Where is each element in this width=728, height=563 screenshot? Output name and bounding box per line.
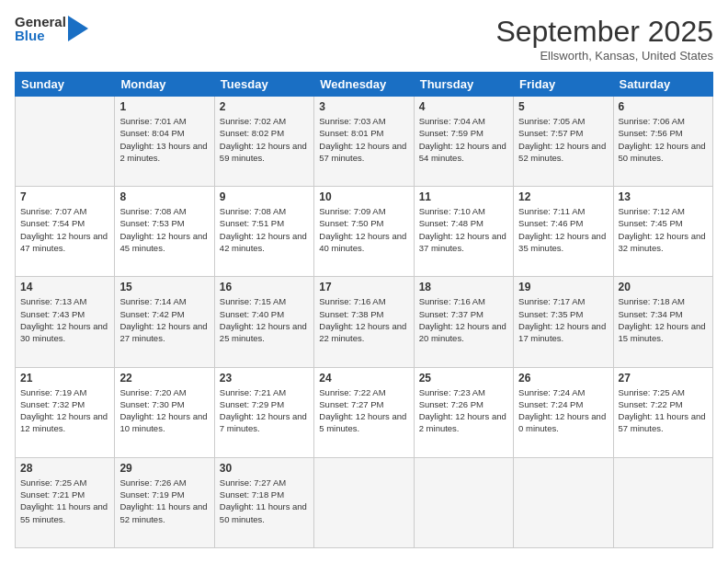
daylight: Daylight: 11 hours and 52 minutes.: [119, 500, 209, 525]
sunset: Sunset: 7:40 PM: [220, 308, 309, 320]
day-info: Sunrise: 7:06 AM Sunset: 7:56 PM Dayligh…: [619, 115, 708, 164]
calendar-cell: 3 Sunrise: 7:03 AM Sunset: 8:01 PM Dayli…: [314, 97, 414, 187]
sunrise: Sunrise: 7:25 AM: [20, 477, 109, 488]
sunset: Sunset: 7:51 PM: [220, 217, 309, 229]
sunset: Sunset: 7:32 PM: [20, 398, 109, 410]
calendar-cell: 7 Sunrise: 7:07 AM Sunset: 7:54 PM Dayli…: [16, 187, 115, 277]
calendar-cell: 10 Sunrise: 7:09 AM Sunset: 7:50 PM Dayl…: [314, 187, 414, 277]
sunset: Sunset: 7:57 PM: [518, 127, 608, 139]
svg-marker-0: [68, 16, 88, 41]
day-info: Sunrise: 7:19 AM Sunset: 7:32 PM Dayligh…: [20, 386, 109, 435]
day-info: Sunrise: 7:02 AM Sunset: 8:02 PM Dayligh…: [220, 115, 309, 164]
day-info: Sunrise: 7:08 AM Sunset: 7:51 PM Dayligh…: [220, 205, 309, 254]
month-title: September 2025: [495, 15, 713, 49]
sunrise: Sunrise: 7:07 AM: [20, 205, 109, 217]
daylight: Daylight: 12 hours and 2 minutes.: [419, 410, 508, 435]
day-number: 22: [119, 372, 209, 385]
sunset: Sunset: 7:30 PM: [119, 398, 209, 410]
day-number: 17: [319, 281, 408, 293]
sunset: Sunset: 7:43 PM: [20, 308, 109, 320]
daylight: Daylight: 11 hours and 57 minutes.: [619, 410, 708, 435]
sunrise: Sunrise: 7:17 AM: [518, 295, 608, 307]
daylight: Daylight: 12 hours and 40 minutes.: [319, 230, 408, 255]
day-number: 6: [619, 100, 708, 113]
calendar-cell: 18 Sunrise: 7:16 AM Sunset: 7:37 PM Dayl…: [414, 277, 513, 367]
day-number: 18: [419, 281, 508, 293]
sunrise: Sunrise: 7:12 AM: [619, 205, 708, 217]
day-number: 12: [518, 190, 608, 203]
day-number: 15: [119, 281, 209, 293]
col-tuesday: Tuesday: [214, 73, 313, 97]
calendar-cell: 28 Sunrise: 7:25 AM Sunset: 7:21 PM Dayl…: [16, 457, 115, 547]
sunrise: Sunrise: 7:18 AM: [619, 295, 708, 307]
day-info: Sunrise: 7:04 AM Sunset: 7:59 PM Dayligh…: [419, 115, 508, 164]
daylight: Daylight: 12 hours and 0 minutes.: [518, 410, 608, 435]
day-info: Sunrise: 7:27 AM Sunset: 7:18 PM Dayligh…: [220, 477, 309, 525]
calendar-cell: 30 Sunrise: 7:27 AM Sunset: 7:18 PM Dayl…: [214, 457, 313, 547]
sunset: Sunset: 7:19 PM: [119, 488, 209, 500]
sunset: Sunset: 7:38 PM: [319, 308, 408, 320]
day-number: 30: [220, 462, 309, 475]
sunrise: Sunrise: 7:16 AM: [319, 295, 408, 307]
day-number: 10: [319, 190, 408, 203]
daylight: Daylight: 12 hours and 15 minutes.: [619, 320, 708, 345]
sunrise: Sunrise: 7:03 AM: [319, 115, 408, 127]
calendar-cell: 8 Sunrise: 7:08 AM Sunset: 7:53 PM Dayli…: [115, 187, 214, 277]
day-info: Sunrise: 7:25 AM Sunset: 7:21 PM Dayligh…: [20, 477, 109, 525]
daylight: Daylight: 12 hours and 42 minutes.: [220, 230, 309, 255]
calendar-cell: 22 Sunrise: 7:20 AM Sunset: 7:30 PM Dayl…: [115, 367, 214, 457]
calendar-cell: [16, 97, 115, 187]
day-info: Sunrise: 7:07 AM Sunset: 7:54 PM Dayligh…: [20, 205, 109, 254]
calendar-cell: 16 Sunrise: 7:15 AM Sunset: 7:40 PM Dayl…: [214, 277, 313, 367]
calendar-week-3: 21 Sunrise: 7:19 AM Sunset: 7:32 PM Dayl…: [16, 367, 713, 457]
sunrise: Sunrise: 7:24 AM: [518, 386, 608, 398]
calendar-cell: [514, 457, 613, 547]
calendar-cell: 20 Sunrise: 7:18 AM Sunset: 7:34 PM Dayl…: [613, 277, 712, 367]
day-number: 21: [20, 372, 109, 385]
daylight: Daylight: 11 hours and 55 minutes.: [20, 500, 109, 525]
logo-text-general: General: [15, 15, 66, 29]
calendar-week-0: 1 Sunrise: 7:01 AM Sunset: 8:04 PM Dayli…: [16, 97, 713, 187]
sunrise: Sunrise: 7:14 AM: [119, 295, 209, 307]
daylight: Daylight: 12 hours and 27 minutes.: [119, 320, 209, 345]
sunrise: Sunrise: 7:09 AM: [319, 205, 408, 217]
sunrise: Sunrise: 7:02 AM: [220, 115, 309, 127]
calendar-cell: [414, 457, 513, 547]
day-info: Sunrise: 7:16 AM Sunset: 7:38 PM Dayligh…: [319, 295, 408, 344]
day-number: 20: [619, 281, 708, 293]
day-number: 14: [20, 281, 109, 293]
daylight: Daylight: 13 hours and 2 minutes.: [119, 140, 209, 165]
sunset: Sunset: 8:01 PM: [319, 127, 408, 139]
day-info: Sunrise: 7:11 AM Sunset: 7:46 PM Dayligh…: [518, 205, 608, 254]
sunset: Sunset: 7:37 PM: [419, 308, 508, 320]
sunset: Sunset: 7:27 PM: [319, 398, 408, 410]
sunset: Sunset: 7:53 PM: [119, 217, 209, 229]
day-info: Sunrise: 7:18 AM Sunset: 7:34 PM Dayligh…: [619, 295, 708, 344]
calendar-cell: 23 Sunrise: 7:21 AM Sunset: 7:29 PM Dayl…: [214, 367, 313, 457]
calendar-cell: 15 Sunrise: 7:14 AM Sunset: 7:42 PM Dayl…: [115, 277, 214, 367]
calendar-cell: 26 Sunrise: 7:24 AM Sunset: 7:24 PM Dayl…: [514, 367, 613, 457]
title-section: September 2025 Ellsworth, Kansas, United…: [495, 15, 713, 63]
sunrise: Sunrise: 7:05 AM: [518, 115, 608, 127]
day-info: Sunrise: 7:26 AM Sunset: 7:19 PM Dayligh…: [119, 477, 209, 525]
sunset: Sunset: 7:50 PM: [319, 217, 408, 229]
sunset: Sunset: 7:54 PM: [20, 217, 109, 229]
day-number: 3: [319, 100, 408, 113]
day-number: 19: [518, 281, 608, 293]
calendar-cell: 1 Sunrise: 7:01 AM Sunset: 8:04 PM Dayli…: [115, 97, 214, 187]
sunrise: Sunrise: 7:13 AM: [20, 295, 109, 307]
logo: General Blue: [15, 15, 88, 42]
sunrise: Sunrise: 7:25 AM: [619, 386, 708, 398]
logo-triangle-icon: [68, 16, 88, 41]
calendar-cell: 11 Sunrise: 7:10 AM Sunset: 7:48 PM Dayl…: [414, 187, 513, 277]
sunset: Sunset: 7:29 PM: [220, 398, 309, 410]
daylight: Daylight: 12 hours and 54 minutes.: [419, 140, 508, 165]
sunset: Sunset: 7:42 PM: [119, 308, 209, 320]
day-info: Sunrise: 7:17 AM Sunset: 7:35 PM Dayligh…: [518, 295, 608, 344]
day-info: Sunrise: 7:15 AM Sunset: 7:40 PM Dayligh…: [220, 295, 309, 344]
day-number: 16: [220, 281, 309, 293]
page: General Blue September 2025 Ellsworth, K…: [0, 0, 728, 563]
sunset: Sunset: 7:18 PM: [220, 488, 309, 500]
sunrise: Sunrise: 7:21 AM: [220, 386, 309, 398]
daylight: Daylight: 11 hours and 50 minutes.: [220, 500, 309, 525]
